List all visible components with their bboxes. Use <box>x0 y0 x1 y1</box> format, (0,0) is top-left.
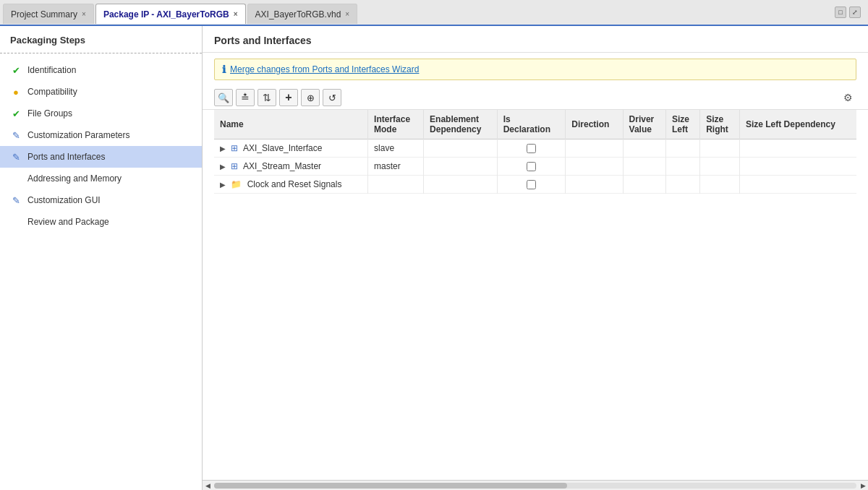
sidebar-label-customization-gui: Customization GUI <box>27 195 101 205</box>
settings-icon: ⚙ <box>843 92 853 103</box>
minimize-button[interactable]: □ <box>835 7 846 18</box>
tab-package-ip-close[interactable]: × <box>234 10 238 18</box>
tab-vhd-close[interactable]: × <box>345 10 349 18</box>
sidebar-label-ports-interfaces: Ports and Interfaces <box>27 152 105 162</box>
scroll-left-arrow[interactable]: ◀ <box>203 481 213 491</box>
row-clock-enablement <box>424 176 498 194</box>
status-icon-customization-params: ✎ <box>10 129 22 141</box>
sidebar-item-review-package[interactable]: Review and Package <box>0 211 202 233</box>
row-axi-stream-name: ▶ ⊞ AXI_Stream_Master <box>214 158 368 176</box>
table-row: ▶ 📁 Clock and Reset Signals <box>214 176 856 194</box>
row-clock-mode <box>368 176 424 194</box>
col-size-left-dependency: Size Left Dependency <box>739 110 856 139</box>
status-icon-identification: ✔ <box>10 64 22 76</box>
add-button[interactable]: + <box>279 89 298 106</box>
sort-button[interactable]: ⇅ <box>258 89 276 106</box>
info-icon: ℹ <box>222 64 226 75</box>
status-icon-review-package <box>10 216 22 228</box>
row-clock-name: ▶ 📁 Clock and Reset Signals <box>214 176 368 194</box>
split-icon: ⊕ <box>307 93 315 103</box>
tab-project-summary-close[interactable]: × <box>82 10 86 18</box>
status-icon-customization-gui: ✎ <box>10 194 22 206</box>
maximize-button[interactable]: ⤢ <box>849 7 861 18</box>
expand-clock[interactable]: ▶ <box>220 181 226 189</box>
tab-package-ip[interactable]: Package IP - AXI_BayerToRGB × <box>95 4 246 24</box>
clock-declaration-checkbox[interactable] <box>527 180 536 189</box>
row-axi-slave-declaration <box>497 139 566 158</box>
axi-stream-declaration-checkbox[interactable] <box>527 162 536 171</box>
row-clock-size-left <box>666 176 700 194</box>
col-size-right: SizeRight <box>700 110 740 139</box>
row-axi-slave-size-right <box>700 139 740 158</box>
row-clock-size-right <box>700 176 740 194</box>
tab-project-summary-label: Project Summary <box>11 9 77 20</box>
row-axi-stream-size-right <box>700 158 740 176</box>
table-header-row: Name InterfaceMode EnablementDependency … <box>214 110 856 139</box>
col-name: Name <box>214 110 368 139</box>
row-axi-slave-enablement <box>424 139 498 158</box>
scrollbar-thumb[interactable] <box>214 483 567 489</box>
sidebar-item-customization-params[interactable]: ✎ Customization Parameters <box>0 124 202 146</box>
axi-slave-declaration-checkbox[interactable] <box>527 144 536 153</box>
collapse-all-button[interactable]: ≛ <box>236 89 255 106</box>
window-controls: □ ⤢ <box>835 7 861 18</box>
settings-button[interactable]: ⚙ <box>839 89 856 106</box>
row-axi-stream-driver <box>623 158 665 176</box>
folder-icon-clock: 📁 <box>231 179 242 189</box>
sidebar-title: Packaging Steps <box>0 35 202 53</box>
status-icon-ports-interfaces: ✎ <box>10 151 22 163</box>
sidebar-label-addressing-memory: Addressing and Memory <box>27 173 122 184</box>
row-clock-size-dep <box>739 176 856 194</box>
tab-vhd-label: AXI_BayerToRGB.vhd <box>255 9 341 20</box>
status-icon-file-groups: ✔ <box>10 108 22 119</box>
col-interface-mode: InterfaceMode <box>368 110 424 139</box>
interfaces-table: Name InterfaceMode EnablementDependency … <box>214 110 856 194</box>
col-is-declaration: IsDeclaration <box>497 110 566 139</box>
table-row: ▶ ⊞ AXI_Slave_Interface slave <box>214 139 856 158</box>
row-axi-stream-declaration <box>497 158 566 176</box>
sidebar-label-review-package: Review and Package <box>27 217 109 227</box>
row-axi-slave-size-left <box>666 139 700 158</box>
sidebar-item-addressing-memory[interactable]: Addressing and Memory <box>0 168 202 189</box>
tab-project-summary[interactable]: Project Summary × <box>3 4 94 24</box>
row-axi-stream-size-left <box>666 158 700 176</box>
row-axi-stream-size-dep <box>739 158 856 176</box>
sidebar-item-ports-interfaces[interactable]: ✎ Ports and Interfaces <box>0 146 202 168</box>
row-axi-stream-enablement <box>424 158 498 176</box>
row-axi-slave-mode: slave <box>368 139 424 158</box>
row-axi-slave-driver <box>623 139 665 158</box>
sort-icon: ⇅ <box>263 92 271 103</box>
tab-vhd[interactable]: AXI_BayerToRGB.vhd × <box>247 4 358 24</box>
sidebar: Packaging Steps ✔ Identification ● Compa… <box>0 26 203 490</box>
col-direction: Direction <box>566 110 623 139</box>
col-size-left: SizeLeft <box>666 110 700 139</box>
row-clock-declaration <box>497 176 566 194</box>
scroll-right-arrow[interactable]: ▶ <box>858 481 868 491</box>
col-enablement-dependency: EnablementDependency <box>424 110 498 139</box>
sidebar-item-customization-gui[interactable]: ✎ Customization GUI <box>0 189 202 211</box>
row-axi-slave-direction <box>566 139 623 158</box>
horizontal-scrollbar[interactable]: ◀ ▶ <box>203 480 868 490</box>
sidebar-label-compatibility: Compatibility <box>27 87 77 97</box>
sidebar-item-identification[interactable]: ✔ Identification <box>0 59 202 81</box>
expand-axi-slave[interactable]: ▶ <box>220 145 226 152</box>
expand-axi-stream[interactable]: ▶ <box>220 163 226 171</box>
merge-link[interactable]: Merge changes from Ports and Interfaces … <box>230 64 419 74</box>
refresh-icon: ↺ <box>328 93 336 103</box>
row-clock-driver <box>623 176 665 194</box>
refresh-button[interactable]: ↺ <box>323 89 341 106</box>
sidebar-item-file-groups[interactable]: ✔ File Groups <box>0 103 202 124</box>
sidebar-label-file-groups: File Groups <box>27 108 72 119</box>
scrollbar-track[interactable] <box>214 483 856 489</box>
merge-banner: ℹ Merge changes from Ports and Interface… <box>214 59 856 80</box>
search-icon: 🔍 <box>218 93 229 103</box>
interface-icon-axi-stream: ⊞ <box>231 161 238 171</box>
split-button[interactable]: ⊕ <box>301 89 320 106</box>
interface-icon-axi-slave: ⊞ <box>231 143 238 153</box>
status-icon-compatibility: ● <box>10 86 22 98</box>
sidebar-item-compatibility[interactable]: ● Compatibility <box>0 81 202 103</box>
toolbar: 🔍 ≛ ⇅ + ⊕ ↺ ⚙ <box>203 86 868 110</box>
tab-package-ip-label: Package IP - AXI_BayerToRGB <box>103 9 229 20</box>
main-layout: Packaging Steps ✔ Identification ● Compa… <box>0 26 868 490</box>
search-button[interactable]: 🔍 <box>214 89 233 106</box>
